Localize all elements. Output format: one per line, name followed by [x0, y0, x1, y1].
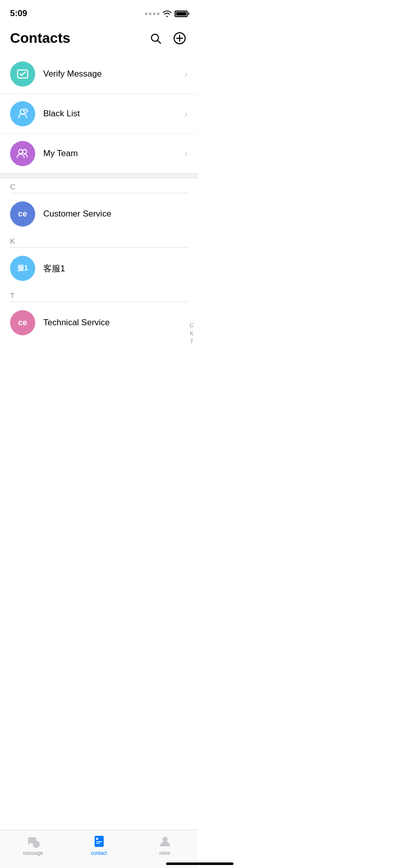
index-letter-t[interactable]: T [188, 338, 196, 344]
status-icons [145, 10, 188, 17]
section-line [10, 193, 188, 193]
page-header: Contacts [0, 25, 198, 54]
section-header-c: C [0, 178, 198, 195]
header-actions [147, 30, 188, 46]
section-line [10, 302, 188, 302]
section-header-k: K [0, 233, 198, 250]
verify-icon [16, 67, 30, 81]
contact-name-technical-service: Technical Service [43, 318, 110, 328]
svg-point-9 [19, 150, 23, 154]
contact-item-customer-service[interactable]: ce Customer Service [0, 195, 198, 233]
search-icon [149, 32, 162, 44]
blacklist-icon [16, 107, 30, 121]
menu-item-verify[interactable]: Verify Message › [0, 54, 198, 94]
contact-item-kefu1[interactable]: 服1 客服1 [0, 250, 198, 287]
status-time: 5:09 [10, 9, 27, 19]
index-letter-c[interactable]: C [188, 322, 196, 328]
contact-name-kefu1: 客服1 [43, 263, 65, 274]
section-letter-c: C [10, 182, 188, 191]
add-icon [173, 32, 186, 45]
section-letter-t: T [10, 291, 188, 300]
search-button[interactable] [147, 30, 164, 46]
section-letter-k: K [10, 237, 188, 245]
contact-name-customer-service: Customer Service [43, 209, 111, 219]
index-sidebar: C K T [188, 322, 196, 344]
verify-label: Verify Message [43, 69, 185, 79]
section-header-t: T [0, 287, 198, 304]
menu-section: Verify Message › Black List › My Team › [0, 54, 198, 173]
signal-icon [145, 13, 159, 15]
contact-item-technical-service[interactable]: ce Technical Service [0, 304, 198, 341]
contacts-section: C ce Customer Service K 服1 客服1 T ce Tech… [0, 178, 198, 341]
svg-line-1 [158, 41, 161, 44]
page-title: Contacts [10, 30, 70, 46]
blacklist-avatar [10, 101, 35, 126]
wifi-icon [163, 10, 172, 17]
chevron-icon: › [185, 149, 188, 159]
menu-item-myteam[interactable]: My Team › [0, 134, 198, 173]
index-letter-k[interactable]: K [188, 330, 196, 336]
contact-avatar-kefu1: 服1 [10, 256, 35, 281]
section-line [10, 247, 188, 248]
battery-icon [175, 11, 188, 17]
chevron-icon: › [185, 109, 188, 119]
status-bar: 5:09 [0, 0, 198, 25]
menu-item-blacklist[interactable]: Black List › [0, 94, 198, 134]
myteam-avatar [10, 141, 35, 166]
verify-avatar [10, 61, 35, 87]
svg-point-10 [23, 150, 27, 154]
blacklist-label: Black List [43, 109, 185, 119]
chevron-icon: › [185, 69, 188, 80]
section-divider [0, 173, 198, 178]
myteam-icon [16, 147, 30, 161]
myteam-label: My Team [43, 149, 185, 159]
contact-avatar-customer-service: ce [10, 201, 35, 227]
contact-avatar-technical-service: ce [10, 310, 35, 335]
add-button[interactable] [172, 30, 188, 46]
